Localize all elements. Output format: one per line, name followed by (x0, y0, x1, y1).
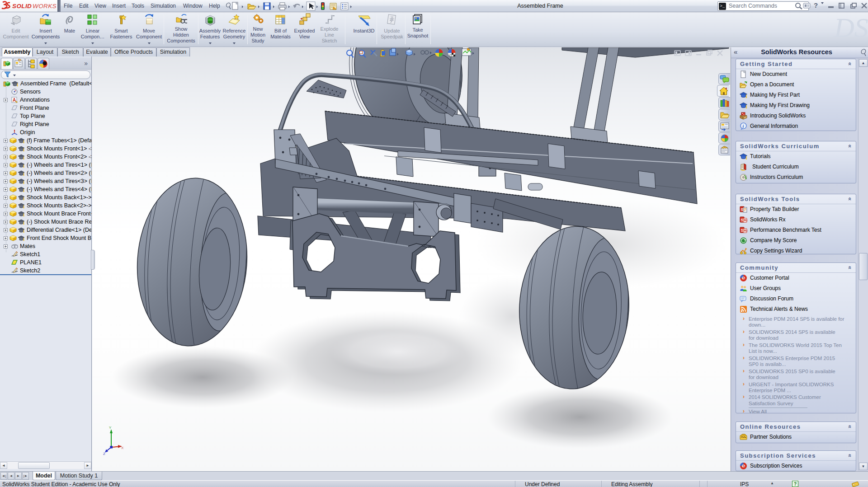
svg-text:WORKS: WORKS (33, 3, 57, 9)
svg-text:S: S (743, 464, 745, 468)
svg-text:Rx: Rx (744, 218, 748, 222)
svg-text:Rx: Rx (744, 229, 748, 233)
svg-text:X: X (121, 446, 124, 450)
svg-text:S: S (743, 276, 745, 280)
svg-text:i: i (743, 124, 744, 129)
svg-text:Z: Z (103, 452, 105, 456)
svg-text:SOLID: SOLID (12, 3, 32, 9)
svg-text:Y: Y (109, 426, 112, 430)
